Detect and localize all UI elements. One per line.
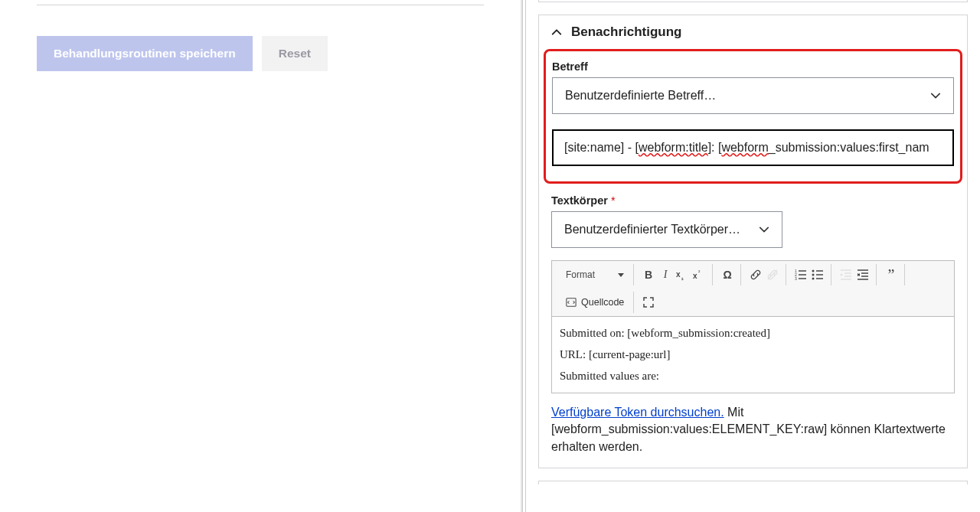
- token-browse-link[interactable]: Verfügbare Token durchsuchen.: [551, 406, 724, 419]
- bold-button[interactable]: B: [640, 266, 657, 283]
- svg-text:x: x: [693, 272, 697, 280]
- subject-select-value: Benutzerdefinierte Betreff…: [565, 89, 923, 103]
- blockquote-button[interactable]: ”: [883, 266, 900, 283]
- required-asterisk: *: [608, 194, 616, 207]
- svg-text:3: 3: [795, 276, 797, 281]
- link-button[interactable]: [747, 266, 764, 283]
- indent-button[interactable]: [854, 266, 871, 283]
- subject-custom-input[interactable]: [site:name] - [webform:title]: [webform_…: [552, 129, 954, 166]
- editor-body[interactable]: Submitted on: [webform_submission:create…: [551, 317, 955, 393]
- notification-panel-title: Benachrichtigung: [571, 24, 682, 40]
- body-label: Textkörper *: [551, 194, 955, 207]
- divider: [37, 5, 484, 5]
- format-dropdown[interactable]: Format: [561, 269, 629, 280]
- chevron-down-icon: [759, 224, 769, 235]
- save-button[interactable]: Behandlungsroutinen speichern: [37, 36, 253, 71]
- source-button[interactable]: Quellcode: [561, 297, 629, 308]
- ordered-list-button[interactable]: 123: [792, 266, 809, 283]
- following-panel-edge: [538, 481, 968, 484]
- outdent-button: [838, 266, 854, 283]
- token-help-text: Verfügbare Token durchsuchen. Mit [webfo…: [551, 404, 955, 455]
- subscript-button[interactable]: x₂: [674, 266, 691, 283]
- body-select-value: Benutzerdefinierter Textkörper…: [564, 223, 751, 236]
- button-row: Behandlungsroutinen speichern Reset: [37, 36, 484, 71]
- caret-down-icon: [618, 273, 624, 277]
- notification-panel-body: Betreff Benutzerdefinierte Betreff… [sit…: [539, 49, 967, 468]
- reset-button[interactable]: Reset: [262, 36, 328, 71]
- svg-point-12: [812, 274, 815, 276]
- preceding-panel-edge: [538, 0, 968, 2]
- editor-toolbar: Format B I x₂ x² Ω: [551, 260, 955, 317]
- superscript-button[interactable]: x²: [691, 266, 707, 283]
- right-column: Benachrichtigung Betreff Benutzerdefinie…: [526, 0, 980, 512]
- svg-text:x: x: [676, 270, 681, 279]
- italic-button[interactable]: I: [657, 266, 674, 283]
- unlink-button: [764, 266, 781, 283]
- editor-line: Submitted on: [webform_submission:create…: [560, 323, 946, 344]
- source-icon: [566, 297, 577, 308]
- svg-text:²: ²: [698, 269, 701, 275]
- maximize-button[interactable]: [640, 294, 657, 311]
- svg-point-13: [812, 278, 815, 280]
- subject-highlight-box: Betreff Benutzerdefinierte Betreff… [sit…: [544, 49, 962, 184]
- special-char-button[interactable]: Ω: [719, 266, 736, 283]
- chevron-down-icon: [930, 90, 941, 101]
- svg-point-11: [812, 270, 815, 272]
- body-select[interactable]: Benutzerdefinierter Textkörper…: [551, 211, 782, 248]
- svg-text:₂: ₂: [681, 276, 684, 281]
- subject-select[interactable]: Benutzerdefinierte Betreff…: [552, 77, 954, 114]
- editor-line: URL: [current-page:url]: [560, 344, 946, 366]
- notification-panel-header[interactable]: Benachrichtigung: [539, 15, 967, 49]
- subject-label: Betreff: [552, 60, 954, 73]
- unordered-list-button[interactable]: [809, 266, 826, 283]
- notification-panel: Benachrichtigung Betreff Benutzerdefinie…: [538, 15, 968, 468]
- chevron-up-icon: [551, 27, 562, 38]
- editor-line: Submitted values are:: [560, 366, 946, 387]
- left-column: Behandlungsroutinen speichern Reset: [0, 0, 521, 512]
